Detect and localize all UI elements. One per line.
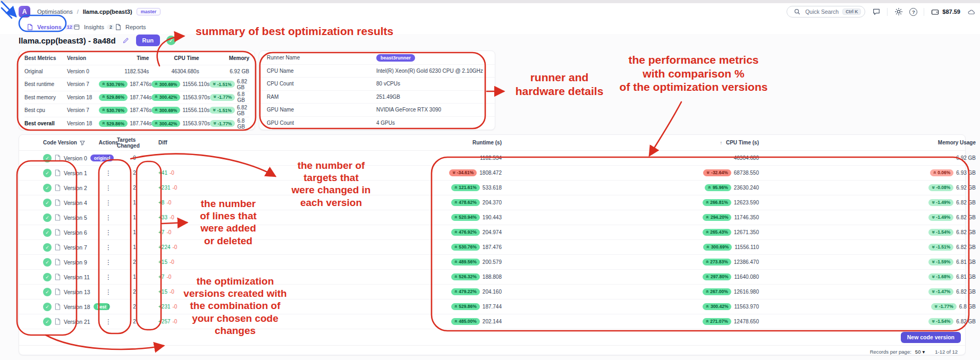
change-badge: »300.69% [151, 81, 180, 88]
targets-changed-cell: 1 [117, 195, 152, 210]
kebab-menu-icon[interactable]: ⋮ [105, 274, 112, 280]
cpu-time-cell-value: 12671.350 [734, 229, 759, 235]
change-badge: »-1.54% [928, 318, 954, 325]
change-badge: »300.69% [703, 244, 732, 251]
version-row[interactable]: ✓Version 6⋮1+7-0»476.92%204.974»265.43%1… [19, 225, 965, 240]
tab-insights[interactable]: Insights 2 [72, 20, 115, 34]
change-badge: »-1.49% [928, 214, 954, 221]
targets-changed-cell: 2 [117, 255, 152, 269]
actions-cell: ⋮ [102, 181, 115, 195]
breadcrumb-optimisations[interactable]: Optimisations [37, 8, 73, 15]
diff-deleted: -0 [170, 215, 174, 220]
diff-added: +224 [158, 244, 171, 250]
kebab-menu-icon[interactable]: ⋮ [105, 289, 112, 295]
memory-cell-value: 6.81 GB [956, 274, 976, 280]
file-icon [55, 169, 61, 176]
new-code-version-button[interactable]: New code version [901, 332, 961, 343]
versions-table-card: Code Version Actions Targets Changed Dif… [19, 134, 966, 355]
tab-versions[interactable]: Versions 12 [26, 20, 75, 34]
chevrons-down-icon: » [931, 320, 936, 323]
settings-gear-icon[interactable] [894, 7, 903, 16]
file-icon [55, 303, 61, 310]
chevrons-up-icon: » [154, 122, 159, 125]
run-button[interactable]: Run [136, 35, 160, 46]
memory-cell-value: 6.82 GB [956, 229, 976, 235]
column-targets-changed: Targets Changed [117, 135, 152, 150]
runtime-cell: »529.86%187.744 [385, 299, 502, 314]
diff-cell: +41-0 [158, 166, 174, 180]
change-badge: »273.83% [703, 259, 731, 265]
version-row[interactable]: ✓Version 7⋮1+224-0»530.76%187.476»300.69… [19, 240, 965, 255]
kebab-menu-icon[interactable]: ⋮ [105, 155, 112, 161]
best-metric-version: Version 0 [67, 68, 99, 74]
cpu-time-label: CPU Time (s) [726, 140, 759, 145]
change-badge: »265.43% [703, 229, 731, 236]
version-row[interactable]: ✓Version 11⋮1+7-0»526.32%188.808»297.80%… [19, 270, 965, 285]
version-row[interactable]: ✓Version 18best⋮2+231-0»529.86%187.744»3… [19, 299, 965, 314]
help-icon[interactable]: ? [909, 8, 917, 16]
wallet-balance[interactable]: $87.59 [931, 7, 960, 16]
memory-cell: »-1.77%6.8 GB [858, 299, 976, 314]
records-per-page-select[interactable]: 50 ▾ [915, 349, 925, 355]
version-row[interactable]: ✓Version 13⋮2+15-0»479.22%204.160»267.00… [19, 285, 965, 299]
chevrons-up-icon: » [705, 245, 711, 248]
change-badge: »-34.61% [449, 169, 477, 176]
kebab-menu-icon[interactable]: ⋮ [105, 215, 112, 221]
column-code-version[interactable]: Code Version [43, 135, 85, 150]
version-row[interactable]: ✓Version 21⋮2+257-0»485.00%202.144»271.0… [19, 314, 965, 329]
change-badge: »266.81% [703, 199, 731, 206]
chevrons-down-icon: » [212, 108, 217, 112]
cpu-time-cell: »267.00%12616.980 [642, 285, 759, 299]
column-cpu-time[interactable]: ↑ CPU Time (s) [642, 135, 759, 150]
runner-detail-label: GPU Count [267, 120, 376, 126]
edit-pencil-icon[interactable] [122, 37, 130, 44]
version-name: Version 5 [64, 215, 87, 221]
cpu-time-cell: »273.83%12386.470 [642, 255, 759, 269]
app-logo[interactable]: A [19, 6, 30, 18]
kebab-menu-icon[interactable]: ⋮ [105, 200, 112, 206]
version-row[interactable]: ✓Version 9⋮2+15-0»489.56%200.579»273.83%… [19, 255, 965, 270]
targets-changed-cell: 1 [117, 210, 152, 225]
cpu-time-cell-value: 23630.240 [734, 185, 759, 191]
kebab-menu-icon[interactable]: ⋮ [105, 244, 112, 251]
version-row[interactable]: ✓Version 1⋮2+41-0»-34.61%1808.472»-32.64… [19, 166, 965, 181]
quick-search-input[interactable]: Quick Search Ctrl K [787, 6, 865, 18]
kebab-menu-icon[interactable]: ⋮ [105, 170, 112, 176]
table-footer: New code version [19, 329, 965, 345]
change-badge: »-1.77% [210, 94, 235, 101]
divider [887, 8, 888, 16]
tab-reports[interactable]: Reports [114, 20, 146, 34]
breadcrumb-separator: / [77, 8, 79, 15]
file-icon [55, 273, 61, 280]
version-name: Version 1 [64, 170, 87, 176]
filter-funnel-icon[interactable] [80, 140, 85, 145]
column-diff: Diff [158, 135, 167, 150]
version-name: Version 0 [64, 155, 87, 161]
actions-cell: ⋮ [102, 270, 115, 284]
version-row[interactable]: ✓Version 5⋮1+33-0»520.94%190.443»294.20%… [19, 210, 965, 225]
version-cell: ✓Version 4 [43, 195, 87, 210]
kebab-menu-icon[interactable]: ⋮ [105, 319, 112, 325]
cloud-icon[interactable] [967, 7, 976, 16]
column-runtime[interactable]: Runtime (s) [385, 135, 502, 150]
chevrons-down-icon: » [705, 171, 711, 174]
best-metric-time-value: 187.476s [130, 81, 151, 87]
kebab-menu-icon[interactable]: ⋮ [105, 304, 112, 310]
runner-detail-row: GPU Count4 GPUs [259, 117, 495, 130]
memory-cell-value: 6.82 GB [956, 289, 976, 295]
chevrons-down-icon: » [931, 245, 936, 248]
version-cell: ✓Version 6 [43, 225, 87, 239]
version-cell: ✓Version 7 [43, 240, 87, 254]
change-badge: »300.42% [151, 120, 180, 127]
diff-deleted: -0 [173, 244, 178, 250]
version-row[interactable]: ✓Version 2⋮2+231-0»121.61%533.618»95.96%… [19, 181, 965, 195]
version-row[interactable]: ✓Version 4⋮1+8-0»478.62%204.370»266.81%1… [19, 195, 965, 210]
version-row[interactable]: ✓Version 0original⋮01182.53446304.6806.9… [19, 151, 965, 166]
column-memory-usage[interactable]: Memory Usage [858, 135, 976, 150]
kebab-menu-icon[interactable]: ⋮ [105, 229, 112, 236]
chat-icon[interactable] [872, 7, 881, 16]
diff-added: +15 [158, 259, 167, 265]
kebab-menu-icon[interactable]: ⋮ [105, 259, 112, 265]
kebab-menu-icon[interactable]: ⋮ [105, 185, 112, 191]
best-metric-memory-value: 6.82 GB [237, 105, 249, 116]
